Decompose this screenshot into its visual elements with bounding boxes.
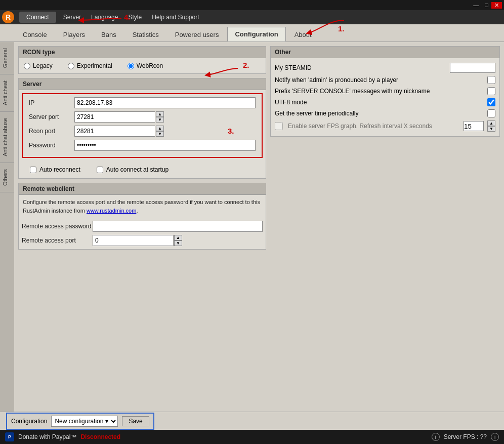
auto-reconnect-checkbox[interactable] [30, 167, 36, 173]
fps-up[interactable]: ▲ [487, 120, 495, 126]
remote-port-up[interactable]: ▲ [174, 235, 182, 240]
radio-experimental-label: Experimental [77, 62, 112, 69]
rcon-port-up[interactable]: ▲ [156, 126, 164, 131]
notify-admin-checkbox[interactable] [487, 76, 495, 84]
remote-port-down[interactable]: ▼ [174, 240, 182, 246]
sidebar-anti-cheat: Anti cheat [0, 74, 14, 112]
server-port-down[interactable]: ▼ [156, 117, 164, 123]
ip-row: IP [26, 97, 259, 108]
remote-port-spinner: ▲ ▼ [174, 235, 182, 246]
auto-reconnect-label: Auto reconnect [39, 166, 80, 173]
server-port-up[interactable]: ▲ [156, 111, 164, 117]
steamid-label: My STEAMID [275, 64, 447, 71]
connect-button[interactable]: Connect [19, 12, 56, 23]
tab-about[interactable]: About [287, 27, 319, 42]
server-time-row: Get the server time periodically [271, 108, 499, 119]
rcon-port-down[interactable]: ▼ [156, 131, 164, 137]
sidebar-anti-chat: Anti chat abuse [0, 112, 14, 163]
radio-webrcon-input[interactable] [128, 63, 134, 69]
maximize-button[interactable]: □ [482, 2, 491, 8]
content-area: RCON type Legacy Experimental WebRcon [14, 42, 504, 412]
server-port-input[interactable] [74, 111, 155, 123]
remote-link[interactable]: www.rustadmin.com [87, 208, 136, 214]
rcon-port-label: Rcon port [29, 128, 74, 135]
save-button[interactable]: Save [122, 416, 149, 426]
rcon-port-input[interactable] [74, 126, 155, 137]
tabs-row: Console Players Bans Statistics Powered … [0, 24, 504, 42]
minimize-button[interactable]: — [470, 2, 482, 8]
config-label: Configuration [11, 418, 47, 425]
menu-language[interactable]: Language [86, 12, 123, 23]
menu-bar: R Connect Server Language Style Help and… [0, 10, 504, 24]
rcon-port-row: Rcon port ▲ ▼ [26, 126, 259, 137]
config-box: Configuration New configuration ▾ Save [6, 413, 154, 430]
radio-experimental[interactable]: Experimental [68, 62, 112, 69]
tab-players[interactable]: Players [56, 27, 93, 42]
paypal-icon: P [5, 432, 14, 441]
server-time-checkbox[interactable] [487, 109, 495, 117]
auto-connect-row[interactable]: Auto connect at startup [93, 164, 173, 175]
password-label: Password [29, 142, 74, 149]
menu-style[interactable]: Style [123, 12, 147, 23]
donate-label: Donate with Paypal™ [18, 433, 76, 440]
remote-password-label: Remote access password [22, 223, 93, 230]
prefix-console-row: Prefix 'SERVER CONSOLE' messages with my… [271, 86, 499, 97]
rcon-radio-group: Legacy Experimental WebRcon [19, 58, 266, 73]
title-bar: — □ ✕ [0, 0, 504, 10]
left-panel: RCON type Legacy Experimental WebRcon [18, 46, 266, 408]
remote-port-row: Remote access port ▲ ▼ [19, 235, 266, 246]
menu-help[interactable]: Help and Support [147, 12, 204, 23]
fps-status-label: Server FPS : ?? [444, 433, 487, 440]
fps-label: Enable server FPS graph. Refresh interva… [288, 123, 460, 130]
fps-checkbox[interactable] [275, 122, 283, 130]
ip-input[interactable] [74, 97, 256, 108]
remote-password-row: Remote access password [19, 221, 266, 232]
auto-connect-checkbox[interactable] [97, 167, 103, 173]
main-layout: General Anti cheat Anti chat abuse Other… [0, 42, 504, 412]
tab-powered-users[interactable]: Powered users [167, 27, 227, 42]
radio-experimental-input[interactable] [68, 63, 74, 69]
tab-bans[interactable]: Bans [94, 27, 124, 42]
close-button[interactable]: ✕ [491, 2, 502, 9]
notify-admin-label: Notify when 'admin' is pronounced by a p… [275, 76, 484, 84]
bottom-bar: Configuration New configuration ▾ Save [0, 412, 504, 430]
ip-label: IP [29, 99, 74, 106]
tab-console[interactable]: Console [15, 27, 55, 42]
other-section: Other My STEAMID Notify when 'admin' is … [270, 46, 500, 137]
disconnected-label: Disconnected [80, 433, 120, 440]
other-header: Other [271, 47, 499, 58]
steamid-input[interactable] [450, 63, 495, 73]
sidebar-others: Others [0, 163, 14, 192]
utf8-row: UTF8 mode [271, 97, 499, 108]
config-select[interactable]: New configuration ▾ [51, 416, 118, 427]
utf8-checkbox[interactable] [487, 98, 495, 106]
info-icon-right: i [491, 433, 499, 441]
password-input[interactable] [74, 140, 256, 151]
info-icon-left: i [432, 433, 440, 441]
steamid-row: My STEAMID [271, 61, 499, 74]
password-row: Password [26, 140, 259, 151]
radio-legacy[interactable]: Legacy [24, 62, 53, 69]
server-port-spinner: ▲ ▼ [156, 111, 164, 123]
auto-connect-label: Auto connect at startup [106, 166, 169, 173]
rcon-section: RCON type Legacy Experimental WebRcon [18, 46, 266, 74]
server-time-label: Get the server time periodically [275, 110, 484, 117]
remote-port-input[interactable] [93, 235, 174, 246]
radio-legacy-label: Legacy [33, 62, 53, 69]
auto-reconnect-row[interactable]: Auto reconnect [26, 164, 85, 175]
radio-webrcon[interactable]: WebRcon [128, 62, 163, 69]
remote-password-input[interactable] [93, 221, 263, 232]
radio-legacy-input[interactable] [24, 63, 30, 69]
menu-server[interactable]: Server [58, 12, 86, 23]
rcon-port-spinner: ▲ ▼ [156, 126, 164, 137]
server-fields-box: IP Server port ▲ ▼ Rcon port [22, 93, 263, 158]
status-bar: P Donate with Paypal™ Disconnected i Ser… [0, 430, 504, 444]
fps-down[interactable]: ▼ [487, 126, 495, 132]
right-panel: Other My STEAMID Notify when 'admin' is … [270, 46, 500, 408]
prefix-console-checkbox[interactable] [487, 87, 495, 95]
sidebar: General Anti cheat Anti chat abuse Other… [0, 42, 14, 412]
tab-statistics[interactable]: Statistics [125, 27, 166, 42]
fps-value-input[interactable] [464, 121, 484, 131]
tab-configuration[interactable]: Configuration [227, 27, 285, 42]
remote-port-label: Remote access port [22, 237, 93, 244]
